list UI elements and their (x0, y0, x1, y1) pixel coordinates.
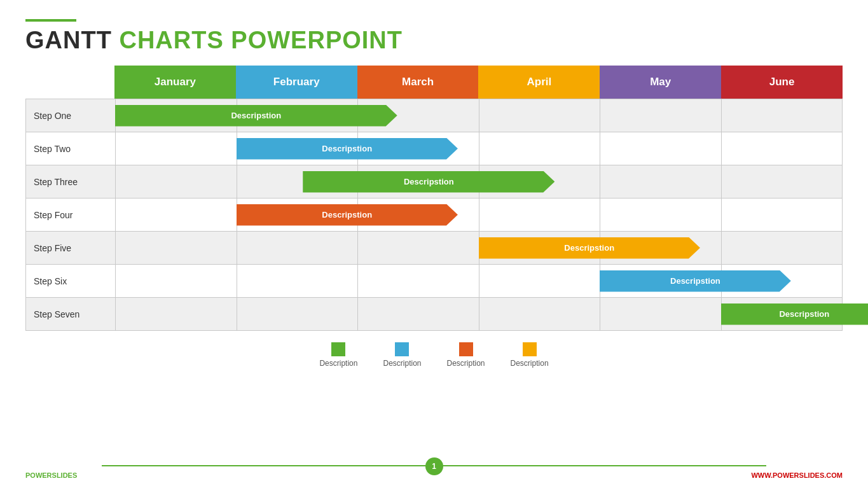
gantt-cell (479, 232, 600, 264)
gantt-cell (721, 132, 843, 165)
gantt-cell (721, 265, 843, 297)
gantt-row-7: Step SevenDescripstion (26, 297, 842, 330)
gantt-cells-6: Descripstion (115, 265, 842, 297)
month-headers: JanuaryFebruaryMarchAprilMayJune (114, 66, 843, 99)
gantt-cell (115, 99, 237, 132)
legend-color-1 (331, 342, 345, 356)
gantt-cell (721, 165, 843, 198)
gantt-cell (115, 298, 237, 330)
gantt-cells-2: Descripstion (115, 132, 842, 165)
gantt-cell (237, 298, 358, 330)
gantt-cell (237, 132, 358, 165)
gantt-cell (115, 232, 237, 264)
gantt-cell (600, 165, 721, 198)
legend-label-2: Description (383, 359, 421, 368)
title-decoration (25, 19, 76, 22)
gantt-cells-7: Descripstion (115, 298, 842, 330)
gantt-cell (237, 265, 358, 297)
gantt-chart: JanuaryFebruaryMarchAprilMayJune Step On… (25, 66, 843, 331)
legend-color-3 (459, 342, 473, 356)
step-label-1: Step One (26, 111, 115, 121)
page-number: 1 (425, 457, 443, 475)
month-cell-march: March (357, 66, 479, 99)
month-cell-february: February (236, 66, 357, 99)
gantt-cell (115, 165, 237, 198)
title-area: GANTT CHARTS POWERPOINT (25, 19, 843, 54)
gantt-cell (600, 199, 721, 231)
page-title: GANTT CHARTS POWERPOINT (25, 27, 843, 54)
month-cell-january: January (114, 66, 236, 99)
gantt-row-1: Step OneDescripstion (26, 99, 842, 132)
footer-brand-part2: SLIDES (52, 471, 78, 479)
gantt-cell (479, 132, 600, 165)
gantt-cell (479, 265, 600, 297)
gantt-row-3: Step ThreeDescripstion (26, 165, 842, 198)
gantt-cells-1: Descripstion (115, 99, 842, 132)
gantt-body: Step OneDescripstionStep TwoDescripstion… (25, 99, 843, 331)
title-part2: CHARTS POWERPOINT (119, 27, 403, 53)
month-cell-june: June (721, 66, 843, 99)
legend-label-4: Description (511, 359, 549, 368)
gantt-cell (721, 232, 843, 264)
gantt-cell (357, 165, 479, 198)
gantt-cell (357, 132, 479, 165)
gantt-cell (479, 99, 600, 132)
legend-color-4 (523, 342, 537, 356)
gantt-cell (721, 199, 843, 231)
gantt-cell (237, 232, 358, 264)
legend-item-3: Description (447, 342, 485, 368)
gantt-cell (237, 165, 358, 198)
footer-url: WWW.POWERSLIDES.COM (751, 471, 843, 479)
gantt-cells-3: Descripstion (115, 165, 842, 198)
month-cell-april: April (478, 66, 600, 99)
gantt-cell (237, 199, 358, 231)
step-label-7: Step Seven (26, 309, 115, 319)
legend-item-1: Description (319, 342, 357, 368)
step-label-6: Step Six (26, 276, 115, 286)
gantt-row-6: Step SixDescripstion (26, 264, 842, 297)
legend-item-4: Description (511, 342, 549, 368)
legend: DescriptionDescriptionDescriptionDescrip… (25, 342, 843, 368)
gantt-cell (479, 165, 600, 198)
legend-label-3: Description (447, 359, 485, 368)
gantt-cell (600, 99, 721, 132)
gantt-cell (357, 199, 479, 231)
gantt-cell (115, 132, 237, 165)
gantt-cell (721, 99, 843, 132)
legend-label-1: Description (319, 359, 357, 368)
step-label-3: Step Three (26, 177, 115, 187)
gantt-row-4: Step FourDescripstion (26, 198, 842, 231)
gantt-cells-4: Descripstion (115, 199, 842, 231)
gantt-cell (115, 265, 237, 297)
gantt-cell (357, 265, 479, 297)
gantt-cell (721, 298, 843, 330)
month-cell-may: May (600, 66, 721, 99)
step-label-2: Step Two (26, 144, 115, 154)
gantt-cell (357, 232, 479, 264)
gantt-cell (357, 99, 479, 132)
gantt-cell (600, 232, 721, 264)
gantt-cell (600, 265, 721, 297)
footer: POWERSLIDES 1 WWW.POWERSLIDES.COM (25, 471, 843, 479)
step-label-5: Step Five (26, 243, 115, 253)
title-part1: GANTT (25, 27, 119, 53)
gantt-cell (237, 99, 358, 132)
gantt-row-2: Step TwoDescripstion (26, 132, 842, 165)
legend-item-2: Description (383, 342, 421, 368)
gantt-cell (479, 298, 600, 330)
gantt-cells-5: Descripstion (115, 232, 842, 264)
legend-color-2 (395, 342, 409, 356)
gantt-cell (479, 199, 600, 231)
gantt-cell (600, 298, 721, 330)
gantt-cell (600, 132, 721, 165)
footer-brand: POWERSLIDES (25, 471, 77, 479)
page: GANTT CHARTS POWERPOINT JanuaryFebruaryM… (0, 0, 868, 488)
gantt-cell (115, 199, 237, 231)
footer-brand-part1: POWER (25, 471, 52, 479)
gantt-cell (357, 298, 479, 330)
step-label-4: Step Four (26, 210, 115, 220)
gantt-row-5: Step FiveDescripstion (26, 231, 842, 264)
